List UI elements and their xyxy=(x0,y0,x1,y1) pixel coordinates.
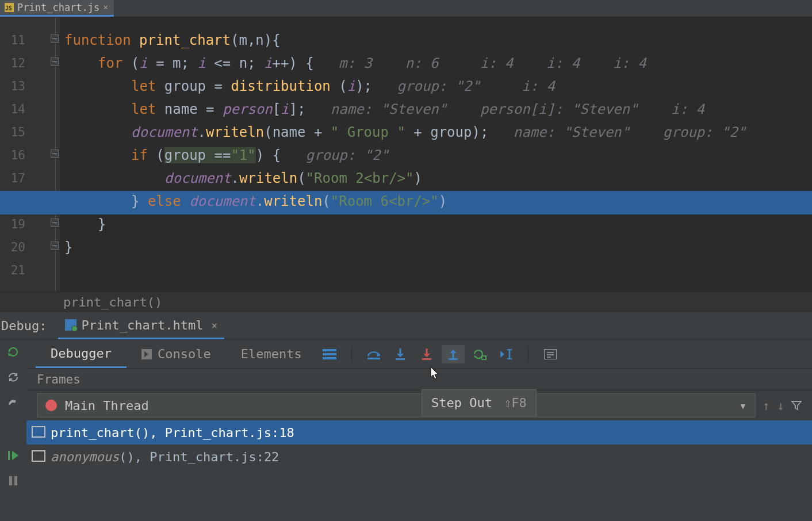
tooltip: Step Out ⇧F8 xyxy=(422,389,537,416)
fold-marker-icon[interactable] xyxy=(51,242,59,250)
mouse-cursor-icon xyxy=(430,366,439,379)
line-number: 19 xyxy=(0,217,25,231)
javascript-file-icon: JS xyxy=(5,3,14,12)
line-number: 14 xyxy=(0,102,25,116)
code-line: let name = person[i]; name: "Steven" per… xyxy=(131,98,704,121)
editor-gutter: 11 12 13 14 15 16 17 18 19 20 21 xyxy=(0,17,60,292)
previous-frame-icon[interactable]: ↑ xyxy=(763,399,770,413)
run-to-cursor-icon[interactable] xyxy=(495,345,518,363)
tooltip-shortcut: ⇧F8 xyxy=(504,396,527,410)
line-number: 21 xyxy=(0,263,25,277)
code-line: document.writeln(name + " Group " + grou… xyxy=(131,121,746,144)
svg-rect-17 xyxy=(544,349,557,359)
debug-main: Debugger Console Elements xyxy=(26,340,812,521)
debug-session-tab[interactable]: Print_chart.html × xyxy=(58,312,224,339)
svg-rect-2 xyxy=(14,476,17,485)
breadcrumb[interactable]: print_chart() xyxy=(0,292,812,312)
refresh-icon[interactable] xyxy=(6,370,21,385)
line-number: 13 xyxy=(0,79,25,93)
breadcrumb-item: print_chart() xyxy=(63,295,162,309)
svg-rect-12 xyxy=(449,358,458,360)
debug-header: Debug: Print_chart.html × xyxy=(0,312,812,340)
step-over-icon[interactable] xyxy=(362,345,385,363)
svg-rect-10 xyxy=(422,358,431,360)
debug-title: Debug: xyxy=(0,319,55,333)
console-icon xyxy=(141,349,152,359)
stack-frame-icon xyxy=(33,452,45,461)
layout-icon[interactable] xyxy=(318,345,341,363)
svg-rect-3 xyxy=(323,349,336,351)
drop-frame-icon[interactable] xyxy=(468,345,491,363)
thread-status-icon xyxy=(45,400,57,411)
code-line: } else document.writeln("Room 6<br/>") xyxy=(131,190,447,213)
thread-name: Main Thread xyxy=(65,399,149,413)
fold-marker-icon[interactable] xyxy=(51,150,59,158)
svg-rect-8 xyxy=(396,358,405,360)
tooltip-label: Step Out xyxy=(431,396,492,410)
stack-frame-label: print_chart(), Print_chart.js:18 xyxy=(51,426,294,440)
debug-side-toolbar xyxy=(0,340,26,521)
fold-marker-icon[interactable] xyxy=(51,58,59,66)
svg-rect-13 xyxy=(482,356,486,359)
editor-tab-bar: JS Print_chart.js × xyxy=(0,0,812,17)
stack-frame-icon xyxy=(33,428,45,437)
next-frame-icon[interactable]: ↓ xyxy=(777,399,784,413)
html-file-icon xyxy=(65,319,76,331)
debug-toolbar: Debugger Console Elements xyxy=(26,340,812,369)
svg-rect-0 xyxy=(8,451,10,460)
debug-tab-label: Print_chart.html xyxy=(81,318,203,332)
stack-frame[interactable]: anonymous(), Print_chart.js:22 xyxy=(26,445,812,469)
filter-icon[interactable] xyxy=(791,400,802,411)
pause-icon[interactable] xyxy=(6,473,21,488)
line-number: 16 xyxy=(0,148,25,162)
code-line: if (group =="1") { group: "2" xyxy=(131,144,389,167)
frames-header: Frames xyxy=(26,369,812,390)
editor-tab-print-chart-js[interactable]: JS Print_chart.js × xyxy=(0,0,114,17)
stack-frame[interactable]: print_chart(), Print_chart.js:18 xyxy=(26,420,812,445)
close-tab-icon[interactable]: × xyxy=(211,319,217,331)
chevron-down-icon: ▾ xyxy=(739,399,746,413)
stack-frame-label: anonymous(), Print_chart.js:22 xyxy=(51,450,279,464)
fold-marker-icon[interactable] xyxy=(51,35,59,43)
svg-rect-5 xyxy=(323,357,336,359)
rerun-icon[interactable] xyxy=(6,344,21,359)
elements-tab[interactable]: Elements xyxy=(226,340,317,368)
line-number: 15 xyxy=(0,125,25,139)
code-line: function print_chart(m,n){ xyxy=(64,29,281,52)
line-number: 12 xyxy=(0,56,25,70)
debugger-tab[interactable]: Debugger xyxy=(36,340,127,368)
settings-icon[interactable] xyxy=(6,395,21,410)
line-number: 20 xyxy=(0,240,25,254)
editor-tab-label: Print_chart.js xyxy=(17,2,99,13)
svg-rect-4 xyxy=(323,353,336,355)
code-line: for (i = m; i <= n; i++) { m: 3 n: 6 i: … xyxy=(98,52,646,75)
svg-rect-6 xyxy=(367,358,380,359)
close-tab-icon[interactable]: × xyxy=(103,2,108,13)
resume-icon[interactable] xyxy=(6,448,21,463)
code-line: document.writeln("Room 2<br/>") xyxy=(164,167,422,190)
evaluate-expression-icon[interactable] xyxy=(539,345,562,363)
code-editor[interactable]: 11 12 13 14 15 16 17 18 19 20 21 functio… xyxy=(0,17,812,292)
line-number: 17 xyxy=(0,171,25,185)
code-line: } xyxy=(98,213,106,236)
frames-list: print_chart(), Print_chart.js:18 anonymo… xyxy=(26,420,812,469)
fold-marker-icon[interactable] xyxy=(51,219,59,227)
step-out-icon[interactable] xyxy=(442,345,465,363)
debug-tool-window: Debug: Print_chart.html × xyxy=(0,312,812,521)
console-tab[interactable]: Console xyxy=(127,340,226,368)
thread-selector[interactable]: Main Thread ▾ xyxy=(37,393,756,417)
force-step-into-icon[interactable] xyxy=(415,345,438,363)
thread-selector-row: Main Thread ▾ ↑ ↓ xyxy=(26,390,812,420)
step-into-icon[interactable] xyxy=(389,345,412,363)
line-number: 11 xyxy=(0,33,25,47)
code-line: let group = distribution (i); group: "2"… xyxy=(131,75,555,98)
code-line: } xyxy=(64,236,72,259)
svg-rect-1 xyxy=(9,476,12,485)
